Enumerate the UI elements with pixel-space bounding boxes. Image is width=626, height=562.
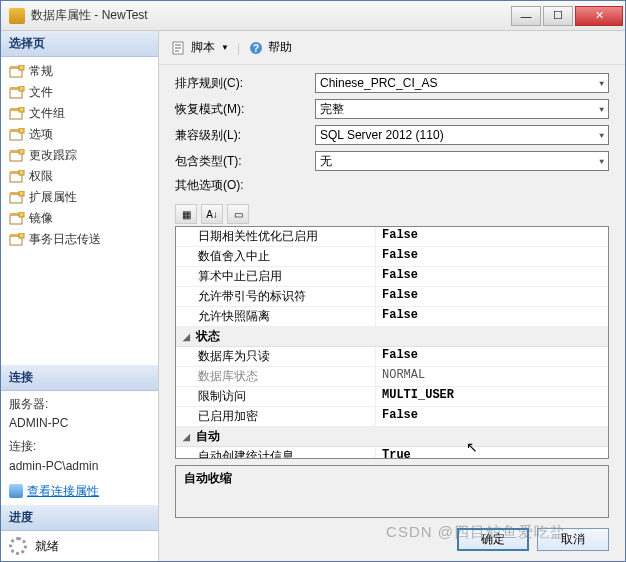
sidebar-item[interactable]: 扩展属性 bbox=[1, 187, 158, 208]
page-icon bbox=[9, 170, 25, 184]
sidebar-item-label: 镜像 bbox=[29, 210, 53, 227]
property-value[interactable]: MULTI_USER bbox=[376, 387, 608, 406]
page-tree: 常规文件文件组选项更改跟踪权限扩展属性镜像事务日志传送 bbox=[1, 57, 158, 254]
property-row[interactable]: 允许快照隔离False bbox=[176, 307, 608, 327]
select-page-header: 选择页 bbox=[1, 31, 158, 57]
progress-header: 进度 bbox=[1, 505, 158, 531]
svg-rect-23 bbox=[19, 212, 24, 217]
property-row[interactable]: 数据库为只读False bbox=[176, 347, 608, 367]
minimize-button[interactable]: — bbox=[511, 6, 541, 26]
sidebar-item-label: 事务日志传送 bbox=[29, 231, 101, 248]
property-row[interactable]: 数值舍入中止False bbox=[176, 247, 608, 267]
toolbar: 脚本 ▼ | ? 帮助 bbox=[159, 31, 625, 65]
app-icon bbox=[9, 8, 25, 24]
collapse-icon[interactable]: ◢ bbox=[180, 431, 192, 443]
property-row[interactable]: 数据库状态NORMAL bbox=[176, 367, 608, 387]
grid-pages-button[interactable]: ▭ bbox=[227, 204, 249, 224]
grid-toolbar: ▦ A↓ ▭ bbox=[159, 202, 625, 226]
category-row[interactable]: ◢自动 bbox=[176, 427, 608, 447]
window-title: 数据库属性 - NewTest bbox=[31, 7, 511, 24]
help-icon: ? bbox=[248, 40, 264, 56]
property-name: 允许带引号的标识符 bbox=[176, 287, 376, 306]
dialog-window: 数据库属性 - NewTest — ☐ ✕ 选择页 常规文件文件组选项更改跟踪权… bbox=[0, 0, 626, 562]
other-options-label: 其他选项(O): bbox=[175, 177, 609, 194]
grid-sort-button[interactable]: A↓ bbox=[201, 204, 223, 224]
maximize-button[interactable]: ☐ bbox=[543, 6, 573, 26]
property-name: 算术中止已启用 bbox=[176, 267, 376, 286]
property-name: 数值舍入中止 bbox=[176, 247, 376, 266]
connection-info: 服务器: ADMIN-PC 连接: admin-PC\admin 查看连接属性 bbox=[1, 391, 158, 505]
link-icon bbox=[9, 484, 23, 498]
property-row[interactable]: 自动创建统计信息True bbox=[176, 447, 608, 459]
property-name: 自动创建统计信息 bbox=[176, 447, 376, 459]
property-value[interactable]: False bbox=[376, 407, 608, 426]
containment-label: 包含类型(T): bbox=[175, 153, 315, 170]
grid-categorize-button[interactable]: ▦ bbox=[175, 204, 197, 224]
page-icon bbox=[9, 212, 25, 226]
property-row[interactable]: 算术中止已启用False bbox=[176, 267, 608, 287]
page-icon bbox=[9, 149, 25, 163]
sidebar-item[interactable]: 文件组 bbox=[1, 103, 158, 124]
property-name: 数据库状态 bbox=[176, 367, 376, 386]
svg-rect-14 bbox=[19, 149, 24, 154]
titlebar[interactable]: 数据库属性 - NewTest — ☐ ✕ bbox=[1, 1, 625, 31]
script-button[interactable]: 脚本 ▼ bbox=[171, 39, 229, 56]
sidebar-item-label: 文件 bbox=[29, 84, 53, 101]
description-panel: 自动收缩 bbox=[175, 465, 609, 518]
category-row[interactable]: ◢状态 bbox=[176, 327, 608, 347]
property-value[interactable]: False bbox=[376, 267, 608, 286]
chevron-down-icon: ▼ bbox=[221, 43, 229, 52]
compat-label: 兼容级别(L): bbox=[175, 127, 315, 144]
property-value[interactable]: False bbox=[376, 287, 608, 306]
sidebar-item[interactable]: 文件 bbox=[1, 82, 158, 103]
recovery-select[interactable]: 完整 bbox=[315, 99, 609, 119]
property-row[interactable]: 已启用加密False bbox=[176, 407, 608, 427]
left-panel: 选择页 常规文件文件组选项更改跟踪权限扩展属性镜像事务日志传送 连接 服务器: … bbox=[1, 31, 159, 561]
property-row[interactable]: 允许带引号的标识符False bbox=[176, 287, 608, 307]
server-value: ADMIN-PC bbox=[9, 414, 150, 433]
page-icon bbox=[9, 86, 25, 100]
cancel-button[interactable]: 取消 bbox=[537, 528, 609, 551]
collation-label: 排序规则(C): bbox=[175, 75, 315, 92]
page-icon bbox=[9, 65, 25, 79]
property-name: 限制访问 bbox=[176, 387, 376, 406]
property-value[interactable]: False bbox=[376, 247, 608, 266]
sidebar-item-label: 扩展属性 bbox=[29, 189, 77, 206]
sidebar-item[interactable]: 事务日志传送 bbox=[1, 229, 158, 250]
sidebar-item-label: 文件组 bbox=[29, 105, 65, 122]
server-label: 服务器: bbox=[9, 395, 150, 414]
property-value[interactable]: False bbox=[376, 307, 608, 326]
property-row[interactable]: 限制访问MULTI_USER bbox=[176, 387, 608, 407]
sidebar-item-label: 常规 bbox=[29, 63, 53, 80]
compat-select[interactable]: SQL Server 2012 (110) bbox=[315, 125, 609, 145]
property-value[interactable]: NORMAL bbox=[376, 367, 608, 386]
collapse-icon[interactable]: ◢ bbox=[180, 331, 192, 343]
sidebar-item[interactable]: 选项 bbox=[1, 124, 158, 145]
page-icon bbox=[9, 233, 25, 247]
property-value[interactable]: False bbox=[376, 227, 608, 246]
category-label: 状态 bbox=[196, 328, 220, 345]
view-conn-props-link[interactable]: 查看连接属性 bbox=[9, 482, 150, 501]
sidebar-item[interactable]: 常规 bbox=[1, 61, 158, 82]
property-value[interactable]: True bbox=[376, 447, 608, 459]
category-label: 自动 bbox=[196, 428, 220, 445]
sidebar-item[interactable]: 更改跟踪 bbox=[1, 145, 158, 166]
page-icon bbox=[9, 107, 25, 121]
collation-select[interactable]: Chinese_PRC_CI_AS bbox=[315, 73, 609, 93]
page-icon bbox=[9, 191, 25, 205]
help-button[interactable]: ? 帮助 bbox=[248, 39, 292, 56]
svg-rect-11 bbox=[19, 128, 24, 133]
property-grid[interactable]: 日期相关性优化已启用False数值舍入中止False算术中止已启用False允许… bbox=[175, 226, 609, 459]
ok-button[interactable]: 确定 bbox=[457, 528, 529, 551]
sidebar-item-label: 更改跟踪 bbox=[29, 147, 77, 164]
svg-rect-26 bbox=[19, 233, 24, 238]
property-name: 日期相关性优化已启用 bbox=[176, 227, 376, 246]
sidebar-item[interactable]: 镜像 bbox=[1, 208, 158, 229]
property-row[interactable]: 日期相关性优化已启用False bbox=[176, 227, 608, 247]
close-button[interactable]: ✕ bbox=[575, 6, 623, 26]
containment-select[interactable]: 无 bbox=[315, 151, 609, 171]
svg-rect-2 bbox=[19, 65, 24, 70]
property-value[interactable]: False bbox=[376, 347, 608, 366]
sidebar-item[interactable]: 权限 bbox=[1, 166, 158, 187]
sidebar-item-label: 选项 bbox=[29, 126, 53, 143]
